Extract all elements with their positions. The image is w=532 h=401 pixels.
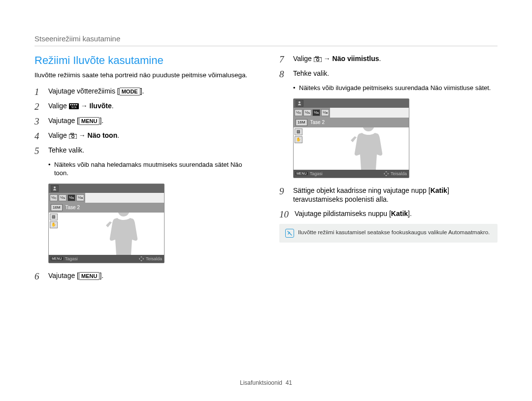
page-footer: Lisafunktsioonid 41 [0,379,532,386]
footer-page-num: 41 [286,379,292,386]
step-bold: Katik [391,210,408,217]
step-num: 3 [34,117,42,126]
side-icon: ✋ [50,221,58,228]
step-text: . [117,131,119,139]
screen-tase-row: 16M Tase 2 [49,203,164,213]
step-5-sub: • Näiteks võib naha heledamaks muutmisek… [48,160,253,178]
step-body: Valige SCN → Iluvõte. [48,101,253,111]
svg-point-13 [299,101,300,103]
level-icon: ½₀ [295,109,302,116]
step-text: Vajutage [ [48,117,79,124]
info-icon [285,229,294,238]
step-text: . [112,102,114,110]
step-1: 1 Vajutage võtterežiimis [MODE]. [34,87,253,96]
tase-label: Tase 2 [66,205,80,210]
screen-side-icons: ▧ ✋ [295,128,302,143]
step-num: 7 [279,55,287,64]
mode-button-label: MODE [119,88,140,96]
screen-footer: MENU Tagasi Teisalda [294,170,409,178]
screen-top-bar [294,99,409,108]
camera-screen-left: ½₀ ½₁ ½₂ ½₃ 16M Tase 2 ▧ ✋ M [48,184,165,263]
step-6: 6 Vajutage [MENU]. [34,271,253,281]
top-icon [296,100,303,107]
screen-level-row: ½₀ ½₁ ½₂ ½₃ [49,193,164,203]
step-8: 8 Tehke valik. [279,69,498,79]
camera-screen-right: ½₀ ½₁ ½₂ ½₃ 16M Tase 2 ▧ ✋ M [293,98,409,178]
level-icons: ½₀ ½₁ ½₂ ½₃ [49,193,85,203]
level-icon: ½₀ [50,194,58,201]
step-text: Valige [48,102,69,110]
step-8-sub: • Näiteks võib iluvigade peitmiseks suur… [293,84,498,93]
svg-point-9 [54,186,56,188]
svg-rect-7 [71,133,73,134]
side-icon: ✋ [295,136,302,143]
step-num: 10 [279,210,289,219]
step-text: Vajutage võtterežiimis [ [48,87,119,95]
svg-point-8 [71,135,74,138]
step-bold: Näo toon [88,131,118,139]
footer-menu-tag: MENU [51,257,63,260]
step-10: 10 Vajutage pildistamiseks nuppu [Katik]… [279,209,498,219]
top-icon [51,185,59,192]
step-body: Sättige objekt kaadrisse ning vajutage n… [293,186,498,205]
svg-rect-2 [72,104,73,105]
step-7: 7 Valige → Näo viimistlus. [279,54,498,64]
left-column: Režiimi Iluvõte kasutamine Iluvõtte reži… [34,54,253,286]
screen-side-icons: ▧ ✋ [50,214,58,228]
sub-bullet: • Näiteks võib naha heledamaks muutmisek… [48,160,253,178]
section-title: Režiimi Iluvõte kasutamine [34,54,253,67]
step-body: Vajutage võtterežiimis [MODE]. [48,87,253,96]
sub-bullet: • Näiteks võib iluvigade peitmiseks suur… [293,84,498,93]
tase-label: Tase 2 [310,120,325,125]
step-text: Vajutage [ [48,272,79,279]
step-9: 9 Sättige objekt kaadrisse ning vajutage… [279,186,498,205]
step-text: ]. [100,117,103,124]
footer-right-text: Teisalda [146,256,162,261]
step-text: ]. [140,87,144,95]
screen-body: ▧ ✋ [49,213,164,255]
step-bold: Katik [431,186,447,194]
person-silhouette [349,127,388,170]
arrow: → [79,131,86,139]
svg-rect-1 [70,104,71,105]
dpad-icon [139,256,144,261]
screen-body: ▧ ✋ [294,127,409,170]
screen-tase-row: 16M Tase 2 [294,118,409,127]
arrow: → [81,102,88,110]
step-num: 9 [279,186,287,196]
sub-text: Näiteks võib iluvigade peitmiseks suuren… [299,84,491,93]
step-num: 5 [34,146,42,155]
svg-text:SCN: SCN [71,106,77,109]
step-body: Valige → Näo viimistlus. [293,54,498,63]
step-num: 8 [279,69,287,79]
level-icon: ½₁ [303,109,311,116]
footer-right-text: Teisalda [391,171,407,176]
right-column: 7 Valige → Näo viimistlus. 8 Tehke valik… [279,54,498,286]
screen-level-row: ½₀ ½₁ ½₂ ½₃ [294,108,409,118]
step-num: 6 [34,272,42,281]
step-num: 1 [34,87,42,96]
menu-button-label: MENU [79,117,100,125]
svg-rect-11 [316,56,318,58]
person-silhouette [104,213,143,255]
level-icon-selected: ½₂ [312,109,320,116]
content-columns: Režiimi Iluvõte kasutamine Iluvõtte reži… [34,54,498,286]
svg-rect-10 [314,58,322,62]
step-bold: Näo viimistlus [332,55,379,62]
svg-rect-6 [69,134,77,139]
breadcrumb: Stseenirežiimi kasutamine [34,34,498,43]
camera-icon [314,56,322,62]
step-text: Valige [293,55,314,62]
footer-left-text: Tagasi [310,171,323,176]
step-5: 5 Tehke valik. [34,146,253,155]
step-body: Tehke valik. [293,69,498,78]
step-3: 3 Vajutage [MENU]. [34,116,253,126]
step-text: Sättige objekt kaadrisse ning vajutage n… [293,186,431,194]
camera-icon [69,133,77,139]
step-text: Vajutage pildistamiseks nuppu [ [295,210,391,217]
step-4: 4 Valige → Näo toon. [34,131,253,141]
intro-text: Iluvõtte režiimis saate teha portreid nä… [34,71,253,80]
dpad-icon [384,171,389,176]
bullet-dot: • [293,84,296,93]
menu-button-label: MENU [79,272,100,280]
